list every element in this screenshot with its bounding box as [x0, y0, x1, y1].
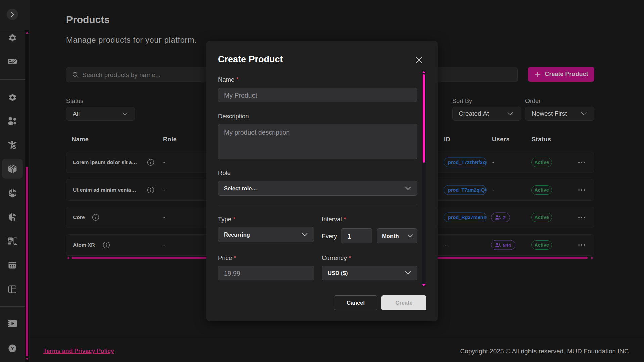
- svg-text:?: ?: [11, 345, 14, 351]
